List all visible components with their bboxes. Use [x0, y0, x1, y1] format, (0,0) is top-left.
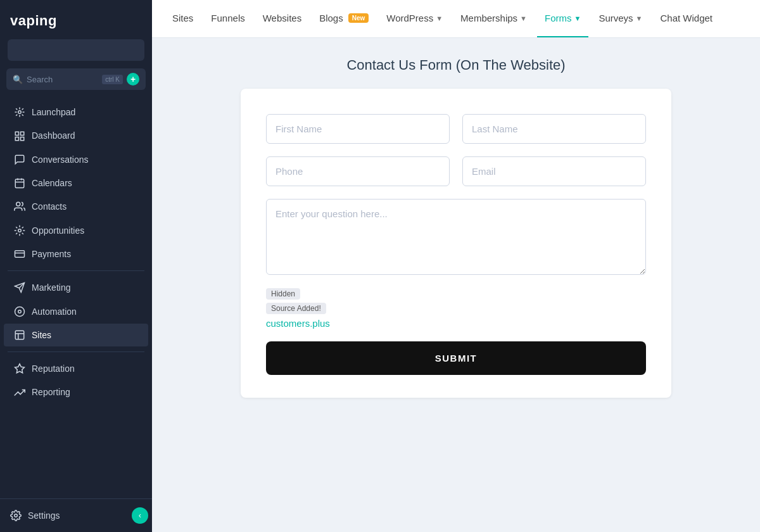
svg-rect-17 — [15, 331, 24, 339]
topnav-item-surveys[interactable]: Surveys ▼ — [591, 0, 650, 37]
phone-input[interactable] — [266, 156, 450, 186]
new-badge: New — [348, 13, 369, 23]
sidebar-item-label: Automation — [32, 307, 77, 317]
svg-rect-11 — [15, 251, 25, 258]
rocket-icon — [14, 106, 25, 118]
hidden-field-section: Hidden Source Added! customers.plus — [266, 288, 646, 329]
sidebar-bottom: Settings ‹ — [0, 498, 152, 532]
search-bar[interactable]: 🔍 Search ctrl K + — [6, 68, 146, 90]
sidebar-item-label: Calendars — [32, 178, 72, 188]
topnav-item-wordpress[interactable]: WordPress ▼ — [379, 0, 450, 37]
source-badge: Source Added! — [266, 303, 326, 314]
svg-point-16 — [18, 310, 22, 313]
search-label: Search — [27, 75, 98, 84]
chat-icon — [14, 154, 25, 165]
reporting-icon — [14, 386, 25, 398]
svg-point-0 — [18, 111, 22, 114]
search-kbd: ctrl K — [102, 75, 123, 84]
nav-divider-2 — [8, 352, 144, 352]
sidebar-item-settings[interactable]: Settings — [4, 504, 132, 527]
marketing-icon — [14, 282, 25, 293]
contact-row — [266, 156, 646, 186]
sidebar-item-reputation[interactable]: Reputation — [4, 357, 148, 380]
sidebar-item-reporting[interactable]: Reporting — [4, 381, 148, 403]
sidebar-item-label: Dashboard — [32, 130, 75, 141]
sidebar-nav: Launchpad Dashboard Conversations Calend… — [0, 100, 152, 498]
first-name-input[interactable] — [266, 114, 450, 144]
name-row — [266, 114, 646, 144]
sidebar-item-label: Reputation — [32, 364, 75, 374]
form-card: Hidden Source Added! customers.plus SUBM… — [241, 89, 671, 398]
sidebar-item-label: Launchpad — [32, 107, 75, 117]
source-url: customers.plus — [266, 318, 646, 329]
topnav-item-funnels[interactable]: Funnels — [203, 0, 252, 37]
sidebar-item-label: Payments — [32, 249, 71, 259]
hidden-badge: Hidden — [266, 288, 300, 300]
chevron-down-icon: ▼ — [436, 15, 443, 22]
topnav-item-websites[interactable]: Websites — [255, 0, 309, 37]
svg-rect-2 — [21, 132, 24, 135]
topnav-item-sites[interactable]: Sites — [165, 0, 201, 37]
form-title: Contact Us Form (On The Website) — [346, 57, 565, 73]
sites-icon — [14, 329, 25, 341]
grid-icon — [14, 130, 25, 141]
content-area: Contact Us Form (On The Website) Hidden … — [152, 38, 760, 532]
svg-rect-4 — [15, 137, 18, 140]
svg-point-19 — [15, 514, 18, 517]
svg-point-10 — [18, 229, 22, 232]
chevron-down-icon: ▼ — [636, 15, 643, 22]
app-logo: vaping — [0, 0, 152, 39]
svg-rect-1 — [15, 132, 18, 135]
sidebar-item-sites[interactable]: Sites — [4, 324, 148, 346]
teal-indicator: ‹ — [132, 507, 148, 524]
calendar-icon — [14, 177, 25, 189]
payments-icon — [14, 248, 25, 260]
question-textarea[interactable] — [266, 199, 646, 275]
sidebar: vaping 🔍 Search ctrl K + Launchpad Dashb… — [0, 0, 152, 532]
email-input[interactable] — [462, 156, 646, 186]
sidebar-item-calendars[interactable]: Calendars — [4, 172, 148, 194]
chevron-down-icon: ▼ — [520, 15, 527, 22]
reputation-icon — [14, 363, 25, 374]
settings-icon — [10, 510, 22, 521]
sidebar-item-automation[interactable]: Automation — [4, 300, 148, 322]
sidebar-item-conversations[interactable]: Conversations — [4, 148, 148, 171]
sidebar-item-label: Reporting — [32, 387, 70, 397]
search-icon: 🔍 — [13, 75, 23, 84]
topnav-item-forms[interactable]: Forms ▼ — [537, 0, 588, 37]
sidebar-item-label: Conversations — [32, 155, 89, 165]
main-area: Sites Funnels Websites Blogs New WordPre… — [152, 0, 760, 532]
chevron-down-icon: ▼ — [574, 15, 581, 22]
svg-rect-3 — [21, 137, 24, 140]
nav-divider-1 — [8, 270, 144, 271]
topnav-item-memberships[interactable]: Memberships ▼ — [453, 0, 535, 37]
topnav-item-chat-widget[interactable]: Chat Widget — [652, 0, 720, 37]
sidebar-item-label: Sites — [32, 330, 51, 340]
sidebar-item-payments[interactable]: Payments — [4, 243, 148, 265]
svg-marker-18 — [15, 364, 25, 373]
sidebar-item-dashboard[interactable]: Dashboard — [4, 124, 148, 147]
settings-label: Settings — [28, 510, 60, 521]
submit-button[interactable]: SUBMIT — [266, 341, 646, 375]
automation-icon — [14, 305, 25, 317]
add-button[interactable]: + — [127, 73, 139, 86]
sidebar-item-label: Contacts — [32, 201, 66, 212]
opportunities-icon — [14, 224, 25, 236]
last-name-input[interactable] — [462, 114, 646, 144]
contacts-icon — [14, 201, 25, 212]
sidebar-item-label: Marketing — [32, 282, 70, 293]
topnav-item-blogs[interactable]: Blogs New — [312, 0, 376, 37]
svg-rect-5 — [15, 179, 24, 188]
top-nav: Sites Funnels Websites Blogs New WordPre… — [152, 0, 760, 38]
account-bar[interactable] — [8, 39, 144, 61]
sidebar-item-label: Opportunities — [32, 225, 84, 236]
chevron-left-icon: ‹ — [139, 510, 141, 520]
sidebar-item-opportunities[interactable]: Opportunities — [4, 218, 148, 241]
sidebar-item-contacts[interactable]: Contacts — [4, 195, 148, 218]
svg-point-9 — [16, 203, 20, 206]
sidebar-item-launchpad[interactable]: Launchpad — [4, 101, 148, 124]
sidebar-item-marketing[interactable]: Marketing — [4, 276, 148, 299]
svg-point-15 — [15, 307, 25, 316]
